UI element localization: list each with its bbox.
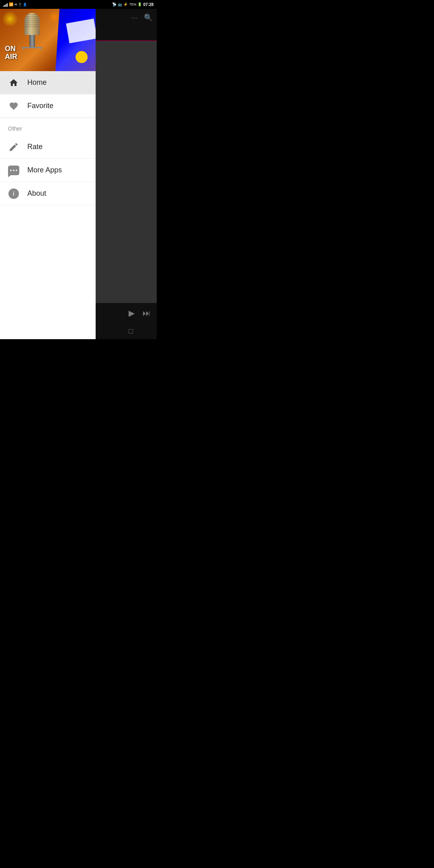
rate-label: Rate: [27, 143, 43, 151]
menu-item-rate[interactable]: Rate: [0, 135, 96, 159]
home-label: Home: [27, 78, 47, 87]
drawer-header: ONAIR: [0, 9, 96, 71]
rate-icon: [8, 141, 19, 153]
bokeh-light-1: [2, 11, 18, 27]
notification-icons: ✉📱👤: [14, 3, 27, 6]
on-air-text: ONAIR: [5, 45, 17, 61]
status-right: 📡 📺 ⚡ 75% 🔋 07:28: [112, 2, 154, 7]
time: 07:28: [143, 2, 154, 7]
mic-head: [25, 13, 40, 35]
other-section-label: Other: [0, 118, 96, 135]
flag-image: [55, 9, 96, 71]
wifi-icon: 📶: [9, 2, 13, 6]
favorite-label: Favorite: [27, 102, 53, 110]
home-icon: [8, 77, 19, 88]
mic-grille: [26, 14, 39, 35]
menu-item-home[interactable]: Home: [0, 71, 96, 94]
drawer-menu: Home Favorite Other: [0, 71, 96, 339]
mic-body: [29, 35, 35, 47]
more-apps-icon: [8, 165, 19, 176]
cast-icon: 📺: [118, 2, 122, 6]
flag-emblem: [76, 51, 88, 63]
microphone-image: [20, 13, 44, 61]
connection-icon: 📡: [112, 2, 117, 6]
more-apps-label: More Apps: [27, 166, 62, 174]
menu-item-favorite[interactable]: Favorite: [0, 94, 96, 118]
mic-stand: [22, 47, 42, 50]
battery-percent: 75%: [129, 2, 136, 6]
menu-item-about[interactable]: i About: [0, 182, 96, 205]
about-label: About: [27, 189, 46, 198]
bluetooth-icon: ⚡: [123, 2, 128, 6]
navigation-drawer: ONAIR Home Favorite: [0, 9, 96, 339]
bokeh-light-3: [48, 11, 60, 23]
app-container: ··· 🔍 ORIES: [0, 9, 157, 339]
signal-icon: [3, 2, 8, 7]
menu-item-more-apps[interactable]: More Apps: [0, 159, 96, 182]
battery-icon: 🔋: [137, 2, 142, 6]
status-left: 📶 ✉📱👤: [3, 2, 27, 7]
status-bar: 📶 ✉📱👤 📡 📺 ⚡ 75% 🔋 07:28: [0, 0, 157, 9]
flag-stripe: [66, 18, 96, 43]
favorite-icon: [8, 100, 19, 112]
about-icon: i: [8, 188, 19, 199]
